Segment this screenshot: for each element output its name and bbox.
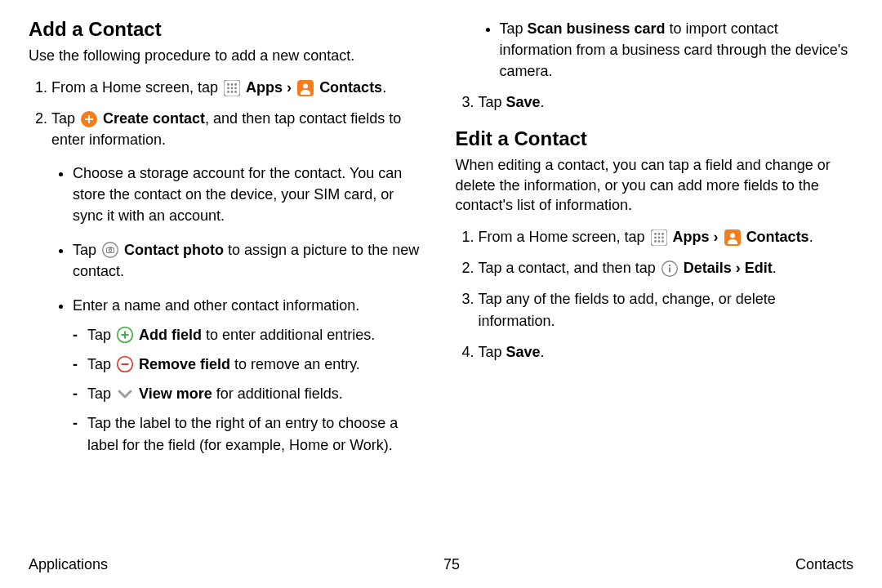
- bullet-storage: Choose a storage account for the contact…: [73, 163, 427, 226]
- chevron-down-icon: [117, 386, 133, 403]
- bullet-scan-card: Tap Scan business card to import contact…: [500, 18, 854, 82]
- text: .: [809, 229, 813, 245]
- contacts-label: Contacts: [746, 229, 809, 245]
- edit-step-4: Tap Save.: [479, 341, 854, 363]
- text: to remove an entry.: [230, 356, 360, 372]
- text: Tap: [73, 242, 100, 258]
- contacts-icon: [297, 80, 314, 96]
- apps-label: Apps: [246, 79, 283, 96]
- text: Enter a name and other contact informati…: [73, 297, 359, 314]
- details-label: Details: [684, 260, 732, 276]
- text: to enter additional entries.: [202, 327, 375, 343]
- bullet-photo: Tap Contact photo to assign a picture to…: [73, 239, 427, 282]
- dash-label: Tap the label to the right of an entry t…: [87, 412, 427, 455]
- dash-list: Tap Add field to enter additional entrie…: [73, 324, 427, 455]
- heading-add-contact: Add a Contact: [29, 18, 427, 41]
- add-field-icon: [117, 327, 133, 343]
- dash-view-more: Tap View more for additional fields.: [87, 383, 427, 404]
- view-more-label: View more: [139, 385, 212, 402]
- text: Tap: [500, 20, 528, 37]
- text: Tap a contact, and then tap: [479, 260, 660, 276]
- contacts-icon: [724, 229, 741, 246]
- page-content: Add a Contact Use the following procedur…: [0, 0, 882, 527]
- create-contact-label: Create contact: [103, 110, 205, 127]
- scan-card-label: Scan business card: [528, 20, 666, 37]
- apps-label: Apps: [673, 229, 710, 245]
- text: Tap: [479, 344, 506, 360]
- text: From a Home screen, tap: [51, 79, 222, 96]
- text: for additional fields.: [212, 385, 343, 402]
- text: .: [773, 260, 777, 276]
- text: .: [541, 344, 545, 360]
- add-field-label: Add field: [139, 327, 202, 343]
- add-step-3: Tap Save.: [479, 91, 854, 113]
- footer-page-number: 75: [443, 556, 460, 573]
- text: .: [382, 79, 386, 96]
- text: Tap: [51, 110, 79, 127]
- bullet-enter-name: Enter a name and other contact informati…: [73, 295, 427, 456]
- text: Tap: [87, 385, 115, 402]
- save-label: Save: [506, 94, 541, 110]
- text: Tap: [479, 94, 506, 110]
- footer-left: Applications: [29, 556, 108, 573]
- contact-photo-label: Contact photo: [124, 242, 224, 258]
- contacts-label: Contacts: [319, 79, 382, 96]
- chevron: ›: [287, 79, 296, 96]
- intro-add: Use the following procedure to add a new…: [29, 46, 427, 65]
- apps-icon: [224, 80, 240, 96]
- remove-field-label: Remove field: [139, 356, 230, 372]
- chevron: ›: [714, 229, 723, 245]
- add-step-1: From a Home screen, tap Apps › Contacts.: [51, 77, 427, 98]
- text: .: [541, 94, 545, 110]
- text: Tap: [87, 356, 115, 372]
- page-footer: Applications 75 Contacts: [29, 556, 853, 573]
- remove-field-icon: [117, 356, 133, 372]
- edit-steps: From a Home screen, tap Apps › Contacts.…: [456, 226, 854, 362]
- edit-label: Edit: [745, 260, 773, 276]
- dash-add-field: Tap Add field to enter additional entrie…: [87, 324, 427, 345]
- dash-remove-field: Tap Remove field to remove an entry.: [87, 354, 427, 375]
- apps-icon: [651, 229, 667, 246]
- camera-icon: [102, 242, 118, 258]
- info-icon: [662, 261, 678, 277]
- footer-right: Contacts: [795, 556, 853, 573]
- create-contact-icon: [81, 111, 97, 127]
- text: From a Home screen, tap: [479, 229, 649, 245]
- chevron: ›: [736, 260, 745, 276]
- edit-step-1: From a Home screen, tap Apps › Contacts.: [479, 226, 854, 247]
- intro-edit: When editing a contact, you can tap a fi…: [456, 155, 854, 215]
- edit-step-3: Tap any of the fields to add, change, or…: [479, 288, 854, 331]
- text: Tap: [87, 327, 115, 343]
- edit-step-2: Tap a contact, and then tap Details › Ed…: [479, 257, 854, 278]
- save-label: Save: [506, 344, 541, 360]
- heading-edit-contact: Edit a Contact: [456, 127, 854, 150]
